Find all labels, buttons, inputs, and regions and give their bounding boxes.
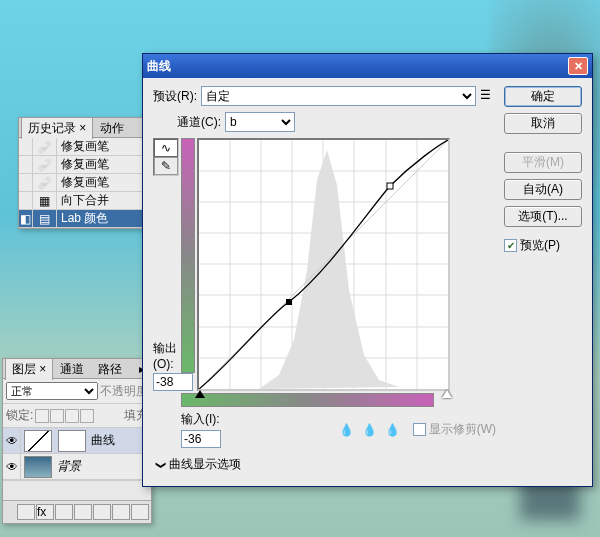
history-tabs: 历史记录 × 动作 ▸ [19,118,155,138]
curve-display-options-toggle[interactable]: ❯ 曲线显示选项 [157,456,496,473]
layers-palette: 图层 × 通道 路径 ▸ 正常 不透明度 锁定: 填充 👁 曲线 👁 背景 [2,358,152,524]
fx-icon[interactable]: fx [36,504,54,520]
link-layers-icon[interactable] [17,504,35,520]
history-palette: 历史记录 × 动作 ▸ 🩹 修复画笔 🩹 修复画笔 🩹 修复画笔 ▦ 向下合并 … [18,117,156,229]
history-item[interactable]: 🩹 修复画笔 [19,156,155,174]
options-button[interactable]: 选项(T)... [504,206,582,227]
tab-history[interactable]: 历史记录 × [21,117,93,139]
layer-list: 👁 曲线 👁 背景 [3,428,151,480]
preset-select[interactable]: 自定 [201,86,476,106]
healing-brush-icon: 🩹 [37,176,52,190]
white-point-slider[interactable] [442,390,452,398]
blend-mode-select[interactable]: 正常 [6,382,98,400]
lock-label: 锁定: [6,407,33,424]
preset-menu-icon[interactable]: ☰ [480,88,496,104]
opacity-label: 不透明度 [100,383,148,400]
adjustment-icon[interactable] [74,504,92,520]
auto-button[interactable]: 自动(A) [504,179,582,200]
tab-layers[interactable]: 图层 × [5,358,53,380]
show-clipping-checkbox: 显示修剪(W) [413,421,496,438]
white-eyedropper-icon[interactable]: 💧 [383,421,403,439]
history-item[interactable]: 🩹 修复画笔 [19,138,155,156]
mode-change-icon: ▤ [39,212,50,226]
curve-point[interactable] [387,183,393,189]
curves-dialog: 曲线 ✕ 预设(R): 自定 ☰ 通道(C): b ∿ [142,53,593,487]
titlebar[interactable]: 曲线 ✕ [143,54,592,78]
histogram [259,150,399,389]
output-label: 输出(O): [153,340,179,371]
delete-icon[interactable] [131,504,149,520]
preview-checkbox[interactable]: ✔ 预览(P) [504,237,582,254]
layer-thumb [24,456,52,478]
black-eyedropper-icon[interactable]: 💧 [337,421,357,439]
checkbox-checked-icon: ✔ [504,239,517,252]
layers-footer: fx [3,500,151,523]
close-button[interactable]: ✕ [568,57,588,75]
history-item[interactable]: ▦ 向下合并 [19,192,155,210]
group-icon[interactable] [93,504,111,520]
adjustment-curves-icon [24,430,52,452]
visibility-toggle[interactable]: 👁 [3,428,21,453]
lock-pixels-icon[interactable] [50,409,64,423]
dialog-title: 曲线 [147,58,171,75]
healing-brush-icon: 🩹 [37,140,52,154]
new-layer-icon[interactable] [112,504,130,520]
input-gradient [181,393,434,407]
lock-transparency-icon[interactable] [35,409,49,423]
curve-pencil-tool[interactable]: ✎ [154,157,178,175]
layer-row[interactable]: 👁 曲线 [3,428,151,454]
black-point-slider[interactable] [195,390,205,398]
channel-select[interactable]: b [225,112,295,132]
layer-name[interactable]: 背景 [55,458,151,475]
layer-row[interactable]: 👁 背景 [3,454,151,480]
history-item-selected[interactable]: ◧ ▤ Lab 颜色 [19,210,155,228]
history-item[interactable]: 🩹 修复画笔 [19,174,155,192]
smooth-button: 平滑(M) [504,152,582,173]
tab-paths[interactable]: 路径 [91,358,129,380]
tab-channels[interactable]: 通道 [53,358,91,380]
input-label: 输入(I): [181,411,220,428]
lock-position-icon[interactable] [65,409,79,423]
layer-mask-thumb[interactable] [58,430,86,452]
cancel-button[interactable]: 取消 [504,113,582,134]
output-field[interactable] [153,373,193,391]
curve-graph[interactable] [197,138,450,391]
curve-point-selected[interactable] [286,299,292,305]
visibility-toggle[interactable]: 👁 [3,454,21,479]
channel-label: 通道(C): [177,114,221,131]
merge-down-icon: ▦ [39,194,50,208]
ok-button[interactable]: 确定 [504,86,582,107]
chevron-right-icon: ❯ [156,461,167,469]
tab-actions[interactable]: 动作 [93,117,131,139]
gray-eyedropper-icon[interactable]: 💧 [360,421,380,439]
history-list: 🩹 修复画笔 🩹 修复画笔 🩹 修复画笔 ▦ 向下合并 ◧ ▤ Lab 颜色 [19,138,155,228]
lock-all-icon[interactable] [80,409,94,423]
output-gradient [181,138,195,373]
preset-label: 预设(R): [153,88,197,105]
curve-point-tool[interactable]: ∿ [154,139,178,157]
history-source-icon[interactable]: ◧ [19,210,33,227]
healing-brush-icon: 🩹 [37,158,52,172]
input-field[interactable] [181,430,221,448]
mask-icon[interactable] [55,504,73,520]
